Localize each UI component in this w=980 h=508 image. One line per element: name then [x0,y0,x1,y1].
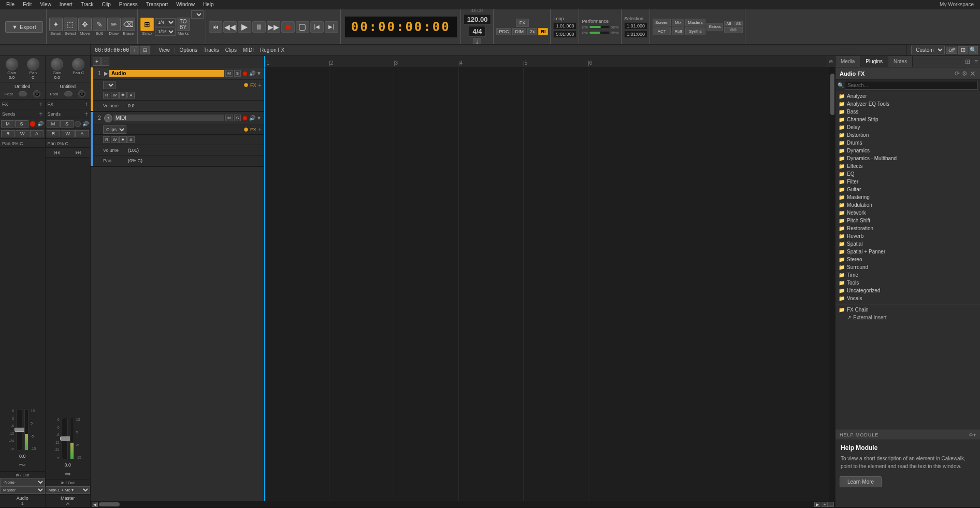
gain-knob-2[interactable] [51,58,63,70]
channel-input-select-2[interactable]: Mon 1 + Mc ▾ [46,486,91,494]
fx-category-uncategorized[interactable]: 📁 Uncategorized [835,287,980,294]
tab-media[interactable]: Media [835,56,860,67]
help-settings-btn[interactable]: ⚙▾ [969,432,976,438]
rewind-to-start-button[interactable]: ⏮ [209,21,222,33]
custom-dropdown[interactable]: Custom [911,46,945,54]
a-btn-2[interactable]: A [75,130,89,137]
prev-icon-2[interactable]: ⏮ [54,149,60,156]
ri-button[interactable]: RI [538,28,548,35]
snap-button[interactable]: ⊞ [140,18,154,31]
a-btn-1[interactable]: A [30,130,44,137]
fx-category-pitch-shift[interactable]: 📁 Pitch Shift [835,217,980,224]
fx-button[interactable]: FX [516,19,529,27]
fx-category-distortion[interactable]: 📁 Distortion [835,131,980,139]
menu-insert[interactable]: Insert [55,1,77,8]
h-scroll-thumb[interactable] [99,502,120,506]
add-marker-btn[interactable]: + [130,46,139,54]
fx-category-effects[interactable]: 📁 Effects [835,162,980,170]
pause-button[interactable]: ⏸ [252,21,266,33]
add-fx-2[interactable]: + [84,101,88,108]
play-button[interactable]: ▶ [238,21,251,33]
track-m-1[interactable]: M [225,70,233,77]
loop-button[interactable]: ▢ [296,21,309,33]
snap-value3-select[interactable]: 3 [191,10,204,19]
track-r-1[interactable]: R [103,92,110,98]
track-name-field-2[interactable]: MIDI [113,115,224,121]
record-button[interactable]: ⏺ [281,21,295,33]
add-send-2[interactable]: + [84,110,88,118]
learn-more-button[interactable]: Learn More [840,476,882,487]
fx-category-time[interactable]: 📁 Time [835,271,980,279]
next-marker[interactable]: ▶| [325,21,338,33]
draw-tool[interactable]: ✏ Draw [107,18,121,36]
prev-marker[interactable]: |◀ [310,21,324,33]
track-a-2[interactable]: A [127,136,134,143]
scroll-right-btn[interactable]: ▶ [814,502,820,507]
fit-btn[interactable]: ⊞ [958,46,968,54]
play-icon-2[interactable]: ⏭ [75,149,81,156]
add-send-1[interactable]: + [39,110,42,118]
off-btn[interactable]: Off [946,47,957,54]
clips-btn[interactable]: Clips [223,47,239,53]
track-fx-btn-2[interactable]: FX [250,127,256,132]
track-expand-1[interactable]: ▼ [256,70,262,76]
fx-category-tools[interactable]: 📁 Tools [835,279,980,287]
snap-value2-select[interactable]: 1/16 [155,27,176,36]
fx-category-channel-strip[interactable]: 📁 Channel Strip [835,116,980,123]
fx-category-drums[interactable]: 📁 Drums [835,139,980,147]
fx-category-analyzer[interactable]: 📁 Analyzer [835,92,980,100]
ab-btn2[interactable]: AB [734,21,743,26]
channel-output-select-1[interactable]: Master [0,486,45,494]
track-a-1[interactable]: A [127,92,134,98]
fx-category-dynamics[interactable]: 📁 Dynamics [835,147,980,154]
loop-end[interactable]: 5:01:000 [553,31,577,38]
track-add-fx-1[interactable]: + [258,82,262,88]
act-btn[interactable]: ACT [653,27,671,35]
loop-start[interactable]: 1:01:000 [553,22,577,30]
edit-tool[interactable]: ✎ Edit [93,18,106,36]
track-s-2[interactable]: S [234,115,241,121]
fx-category-spatial-panner[interactable]: 📁 Spatial + Panner [835,248,980,256]
fader-2[interactable] [62,418,68,459]
export-button[interactable]: ▼ Export [5,21,43,33]
track-expand-2[interactable]: ▼ [256,115,262,121]
clips-dropdown-2[interactable]: Clips [103,125,126,134]
fx-category-reverb[interactable]: 📁 Reverb [835,232,980,240]
m-btn-2[interactable]: M [47,120,60,128]
masters-btn[interactable]: Masters [685,19,705,26]
move-tool[interactable]: ✥ Move [78,18,92,36]
extras-btn[interactable]: Extras [707,23,724,31]
roll-btn[interactable]: Roll [672,27,684,35]
gain-knob-1[interactable] [6,58,18,70]
pattern-btn[interactable]: ⊟⊟ [724,27,743,33]
ab-btn1[interactable]: AB [724,21,733,26]
track-m-2[interactable]: M [225,115,233,121]
post-toggle-2[interactable] [64,91,73,96]
zoom-in-v[interactable]: + [822,502,828,507]
menu-transport[interactable]: Transport [142,1,172,8]
menu-process[interactable]: Process [115,1,142,8]
w-btn-1[interactable]: W [16,130,30,137]
r-btn-1[interactable]: R [1,130,15,137]
fader-1[interactable] [16,409,22,450]
menu-track[interactable]: Track [77,1,98,8]
menu-window[interactable]: Window [172,1,199,8]
fx-category-restoration[interactable]: 📁 Restoration [835,224,980,232]
zoom-in-h[interactable]: + [93,58,101,66]
track-s-1[interactable]: S [234,70,241,77]
tab-plugins[interactable]: Plugins [860,56,888,67]
track-r-2[interactable]: R [103,136,110,143]
clips-dropdown-1[interactable]: Clips [103,81,116,89]
track-ast-2[interactable]: ✱ [119,136,127,143]
time-sig-display[interactable]: 4/4 [469,26,485,37]
fx-category-dynamics-multi[interactable]: 📁 Dynamics - Multiband [835,154,980,162]
fx-category-delay[interactable]: 📁 Delay [835,123,980,131]
track-add-fx-2[interactable]: + [258,126,262,133]
fx-category-filter[interactable]: 📁 Filter [835,178,980,186]
horizontal-scrollbar[interactable]: ◀ ▶ + - [91,501,835,507]
track-name-field-1[interactable]: Audio [109,70,224,77]
r-btn-2[interactable]: R [47,130,61,137]
fx-category-spatial[interactable]: 📁 Spatial [835,240,980,248]
x2-button[interactable]: 2x [527,28,538,35]
power-1[interactable]: ⏻ [33,90,40,97]
